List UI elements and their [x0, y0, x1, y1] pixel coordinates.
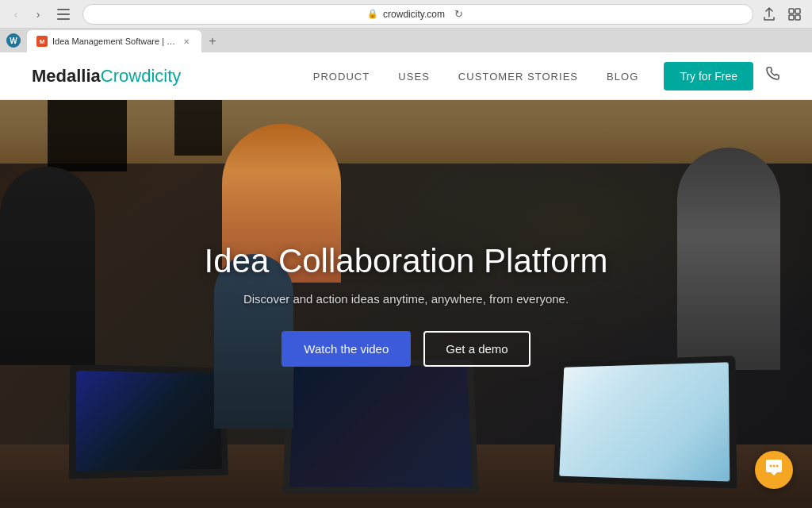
tab-bar: W M Idea Management Software | Crowdicit…	[0, 29, 812, 52]
browser-toolbar: ‹ › 🔒 crowdicity.com ↻	[0, 0, 812, 29]
chat-widget[interactable]	[755, 451, 793, 489]
svg-rect-1	[57, 13, 70, 15]
hero-title: Idea Collaboration Platform	[205, 241, 608, 281]
browser-actions	[758, 3, 806, 25]
svg-point-8	[773, 465, 776, 468]
hero-buttons: Watch the video Get a demo	[205, 331, 608, 367]
nav-item-product[interactable]: PRODUCT	[313, 69, 370, 83]
tab-favicon: M	[36, 36, 48, 47]
wp-icon: W	[6, 33, 21, 48]
phone-icon[interactable]	[766, 67, 780, 85]
address-bar[interactable]: 🔒 crowdicity.com ↻	[82, 4, 753, 25]
logo-medallia: Medallia	[32, 66, 101, 87]
get-demo-button[interactable]: Get a demo	[423, 331, 530, 367]
watch-video-button[interactable]: Watch the video	[282, 331, 411, 367]
svg-point-9	[776, 465, 779, 468]
hero-section: Idea Collaboration Platform Discover and…	[0, 100, 812, 508]
nav-buttons: ‹ ›	[6, 5, 48, 24]
svg-rect-5	[789, 15, 794, 20]
tab-title: Idea Management Software | Crowdicity	[52, 37, 176, 46]
lock-icon: 🔒	[367, 9, 378, 19]
nav-item-uses[interactable]: USES	[398, 69, 430, 83]
hero-content: Idea Collaboration Platform Discover and…	[189, 225, 624, 383]
reload-button[interactable]: ↻	[450, 5, 469, 24]
sidebar-button[interactable]	[52, 3, 75, 25]
person-back-left	[0, 167, 95, 365]
window-left	[48, 100, 127, 171]
windows-button[interactable]	[783, 3, 806, 25]
logo-crowdicity: Crowdicity	[101, 66, 181, 87]
svg-rect-3	[789, 9, 794, 13]
svg-rect-2	[57, 18, 70, 20]
browser-chrome: ‹ › 🔒 crowdicity.com ↻	[0, 0, 812, 52]
share-button[interactable]	[758, 3, 780, 25]
website-content: Medallia Crowdicity PRODUCT USES CUSTOME…	[0, 52, 812, 508]
svg-rect-0	[57, 9, 70, 10]
hero-subtitle: Discover and action ideas anytime, anywh…	[205, 292, 608, 306]
try-free-button[interactable]: Try for Free	[664, 62, 753, 90]
back-button[interactable]: ‹	[6, 5, 25, 24]
new-tab-button[interactable]: +	[201, 30, 224, 52]
wp-icon-container: W	[6, 29, 27, 52]
nav-item-blog[interactable]: BLOG	[607, 69, 638, 83]
nav-item-customer-stories[interactable]: CUSTOMER STORIES	[458, 69, 578, 83]
nav-links: PRODUCT USES CUSTOMER STORIES BLOG	[313, 69, 639, 83]
svg-rect-6	[795, 15, 800, 20]
site-logo[interactable]: Medallia Crowdicity	[32, 66, 181, 87]
svg-rect-4	[795, 9, 800, 13]
nav-link-blog[interactable]: BLOG	[607, 71, 638, 83]
svg-point-7	[770, 465, 772, 468]
forward-button[interactable]: ›	[29, 5, 48, 24]
site-nav: Medallia Crowdicity PRODUCT USES CUSTOME…	[0, 52, 812, 100]
active-tab[interactable]: M Idea Management Software | Crowdicity …	[27, 30, 201, 52]
window-mid	[174, 100, 222, 156]
chat-icon	[764, 458, 783, 482]
nav-link-customer-stories[interactable]: CUSTOMER STORIES	[458, 71, 578, 83]
nav-link-product[interactable]: PRODUCT	[313, 71, 370, 83]
person-back-right	[677, 148, 780, 370]
address-text: crowdicity.com	[383, 9, 445, 20]
nav-link-uses[interactable]: USES	[398, 71, 430, 83]
tab-close-button[interactable]: ✕	[181, 36, 192, 47]
